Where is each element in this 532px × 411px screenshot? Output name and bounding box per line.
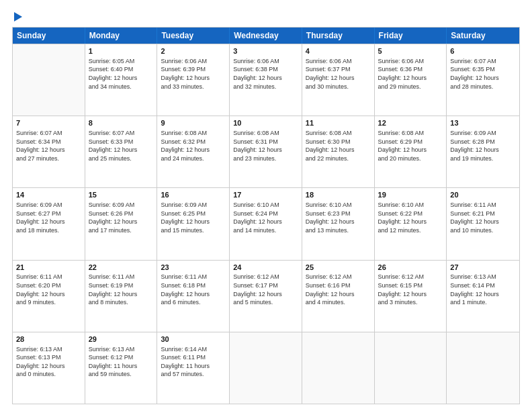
cell-day-number: 27 xyxy=(450,263,516,273)
calendar-cell xyxy=(375,332,447,404)
cell-day-number: 26 xyxy=(378,263,443,273)
calendar-cell: 15Sunrise: 6:09 AMSunset: 6:26 PMDayligh… xyxy=(85,188,158,259)
cell-info-text: Sunrise: 6:14 AMSunset: 6:11 PMDaylight:… xyxy=(161,345,226,379)
cell-day-number: 6 xyxy=(450,46,516,56)
calendar-cell: 20Sunrise: 6:11 AMSunset: 6:21 PMDayligh… xyxy=(447,188,519,259)
calendar-cell: 29Sunrise: 6:13 AMSunset: 6:12 PMDayligh… xyxy=(85,332,158,404)
cell-day-number: 9 xyxy=(161,118,226,128)
calendar-row-2: 7Sunrise: 6:07 AMSunset: 6:34 PMDaylight… xyxy=(13,116,519,187)
cell-day-number: 8 xyxy=(89,118,154,128)
calendar-cell: 13Sunrise: 6:09 AMSunset: 6:28 PMDayligh… xyxy=(447,116,519,187)
header-day-friday: Friday xyxy=(375,28,447,44)
calendar-cell: 14Sunrise: 6:09 AMSunset: 6:27 PMDayligh… xyxy=(13,188,85,259)
cell-info-text: Sunrise: 6:10 AMSunset: 6:23 PMDaylight:… xyxy=(306,201,371,234)
calendar-cell: 6Sunrise: 6:07 AMSunset: 6:35 PMDaylight… xyxy=(447,44,519,116)
calendar-cell: 10Sunrise: 6:08 AMSunset: 6:31 PMDayligh… xyxy=(230,116,302,187)
calendar-cell: 2Sunrise: 6:06 AMSunset: 6:39 PMDaylight… xyxy=(157,44,230,116)
calendar-cell xyxy=(230,332,302,404)
calendar-cell: 7Sunrise: 6:07 AMSunset: 6:34 PMDaylight… xyxy=(13,116,85,187)
cell-info-text: Sunrise: 6:09 AMSunset: 6:28 PMDaylight:… xyxy=(450,129,516,163)
calendar-cell xyxy=(13,44,85,116)
calendar-cell: 12Sunrise: 6:08 AMSunset: 6:29 PMDayligh… xyxy=(375,116,447,187)
cell-day-number: 4 xyxy=(306,46,371,56)
header-day-thursday: Thursday xyxy=(302,28,375,44)
cell-day-number: 25 xyxy=(306,263,371,273)
cell-day-number: 19 xyxy=(378,190,443,200)
calendar-cell xyxy=(447,332,519,404)
cell-info-text: Sunrise: 6:06 AMSunset: 6:38 PMDaylight:… xyxy=(233,57,298,91)
cell-info-text: Sunrise: 6:09 AMSunset: 6:25 PMDaylight:… xyxy=(161,201,226,234)
cell-day-number: 12 xyxy=(378,118,443,128)
calendar-cell: 8Sunrise: 6:07 AMSunset: 6:33 PMDaylight… xyxy=(85,116,158,187)
cell-day-number: 3 xyxy=(233,46,298,56)
cell-info-text: Sunrise: 6:09 AMSunset: 6:26 PMDaylight:… xyxy=(89,201,154,234)
cell-info-text: Sunrise: 6:12 AMSunset: 6:15 PMDaylight:… xyxy=(378,273,443,306)
cell-day-number: 20 xyxy=(450,190,516,200)
cell-info-text: Sunrise: 6:05 AMSunset: 6:40 PMDaylight:… xyxy=(89,57,154,91)
cell-info-text: Sunrise: 6:12 AMSunset: 6:16 PMDaylight:… xyxy=(306,273,371,306)
cell-info-text: Sunrise: 6:09 AMSunset: 6:27 PMDaylight:… xyxy=(16,201,81,234)
cell-day-number: 14 xyxy=(16,190,81,200)
calendar-cell: 3Sunrise: 6:06 AMSunset: 6:38 PMDaylight… xyxy=(230,44,302,116)
calendar-cell: 24Sunrise: 6:12 AMSunset: 6:17 PMDayligh… xyxy=(230,261,302,332)
calendar-row-5: 28Sunrise: 6:13 AMSunset: 6:13 PMDayligh… xyxy=(13,332,519,404)
calendar-grid: SundayMondayTuesdayWednesdayThursdayFrid… xyxy=(12,27,520,404)
cell-info-text: Sunrise: 6:07 AMSunset: 6:33 PMDaylight:… xyxy=(89,129,154,163)
header-day-saturday: Saturday xyxy=(447,28,519,44)
calendar-cell: 23Sunrise: 6:11 AMSunset: 6:18 PMDayligh… xyxy=(157,261,230,332)
cell-day-number: 15 xyxy=(89,190,154,200)
calendar-cell: 4Sunrise: 6:06 AMSunset: 6:37 PMDaylight… xyxy=(302,44,375,116)
calendar-cell: 17Sunrise: 6:10 AMSunset: 6:24 PMDayligh… xyxy=(230,188,302,259)
cell-day-number: 16 xyxy=(161,190,226,200)
calendar-cell: 5Sunrise: 6:06 AMSunset: 6:36 PMDaylight… xyxy=(375,44,447,116)
cell-info-text: Sunrise: 6:13 AMSunset: 6:13 PMDaylight:… xyxy=(16,345,81,379)
cell-info-text: Sunrise: 6:13 AMSunset: 6:14 PMDaylight:… xyxy=(450,273,516,306)
cell-day-number: 10 xyxy=(233,118,298,128)
cell-day-number: 1 xyxy=(89,46,154,56)
cell-info-text: Sunrise: 6:06 AMSunset: 6:39 PMDaylight:… xyxy=(161,57,226,91)
cell-info-text: Sunrise: 6:11 AMSunset: 6:21 PMDaylight:… xyxy=(450,201,516,234)
header-day-monday: Monday xyxy=(85,28,158,44)
calendar-cell: 9Sunrise: 6:08 AMSunset: 6:32 PMDaylight… xyxy=(157,116,230,187)
calendar-cell: 22Sunrise: 6:11 AMSunset: 6:19 PMDayligh… xyxy=(85,261,158,332)
cell-info-text: Sunrise: 6:07 AMSunset: 6:35 PMDaylight:… xyxy=(450,57,516,91)
cell-day-number: 30 xyxy=(161,334,226,345)
calendar-cell: 18Sunrise: 6:10 AMSunset: 6:23 PMDayligh… xyxy=(302,188,375,259)
cell-info-text: Sunrise: 6:07 AMSunset: 6:34 PMDaylight:… xyxy=(16,129,81,163)
header-day-sunday: Sunday xyxy=(13,28,85,44)
cell-day-number: 29 xyxy=(89,334,154,345)
cell-info-text: Sunrise: 6:06 AMSunset: 6:36 PMDaylight:… xyxy=(378,57,443,91)
page-header xyxy=(12,12,520,21)
calendar-cell: 26Sunrise: 6:12 AMSunset: 6:15 PMDayligh… xyxy=(375,261,447,332)
calendar-cell: 28Sunrise: 6:13 AMSunset: 6:13 PMDayligh… xyxy=(13,332,85,404)
cell-info-text: Sunrise: 6:11 AMSunset: 6:19 PMDaylight:… xyxy=(89,273,154,306)
cell-info-text: Sunrise: 6:11 AMSunset: 6:20 PMDaylight:… xyxy=(16,273,81,306)
cell-info-text: Sunrise: 6:08 AMSunset: 6:31 PMDaylight:… xyxy=(233,129,298,163)
header-day-tuesday: Tuesday xyxy=(157,28,230,44)
cell-day-number: 5 xyxy=(378,46,443,56)
cell-day-number: 13 xyxy=(450,118,516,128)
calendar-row-1: 1Sunrise: 6:05 AMSunset: 6:40 PMDaylight… xyxy=(13,44,519,116)
logo-arrow-icon xyxy=(14,12,22,21)
calendar-cell xyxy=(302,332,375,404)
header-day-wednesday: Wednesday xyxy=(230,28,302,44)
cell-day-number: 28 xyxy=(16,334,81,345)
cell-info-text: Sunrise: 6:06 AMSunset: 6:37 PMDaylight:… xyxy=(306,57,371,91)
cell-info-text: Sunrise: 6:08 AMSunset: 6:32 PMDaylight:… xyxy=(161,129,226,163)
cell-day-number: 21 xyxy=(16,263,81,273)
cell-day-number: 17 xyxy=(233,190,298,200)
calendar-body: 1Sunrise: 6:05 AMSunset: 6:40 PMDaylight… xyxy=(13,44,519,404)
cell-day-number: 2 xyxy=(161,46,226,56)
logo xyxy=(12,12,22,21)
cell-info-text: Sunrise: 6:12 AMSunset: 6:17 PMDaylight:… xyxy=(233,273,298,306)
calendar-row-3: 14Sunrise: 6:09 AMSunset: 6:27 PMDayligh… xyxy=(13,187,519,259)
calendar-header: SundayMondayTuesdayWednesdayThursdayFrid… xyxy=(13,28,519,44)
cell-day-number: 23 xyxy=(161,263,226,273)
calendar-cell: 1Sunrise: 6:05 AMSunset: 6:40 PMDaylight… xyxy=(85,44,158,116)
calendar-row-4: 21Sunrise: 6:11 AMSunset: 6:20 PMDayligh… xyxy=(13,260,519,332)
cell-day-number: 11 xyxy=(306,118,371,128)
calendar-page: SundayMondayTuesdayWednesdayThursdayFrid… xyxy=(0,0,532,411)
cell-info-text: Sunrise: 6:08 AMSunset: 6:30 PMDaylight:… xyxy=(306,129,371,163)
calendar-cell: 30Sunrise: 6:14 AMSunset: 6:11 PMDayligh… xyxy=(157,332,230,404)
calendar-cell: 16Sunrise: 6:09 AMSunset: 6:25 PMDayligh… xyxy=(157,188,230,259)
